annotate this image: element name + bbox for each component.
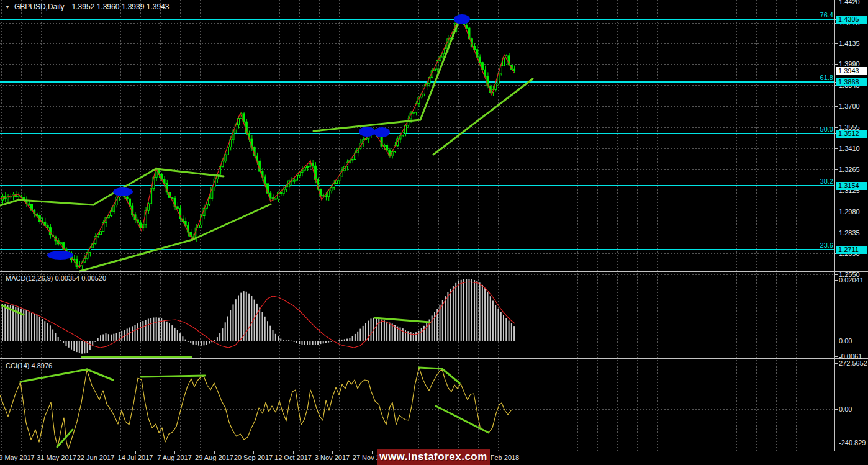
cci-indicator-label: CCI(14) 4.8976: [6, 362, 52, 369]
ohlc-quotes-label: 1.3952 1.3960 1.3939 1.3943: [72, 2, 170, 11]
fib-price-badge: 1.2711: [836, 246, 867, 254]
macd-histogram: [2, 279, 515, 354]
price-axis-label: 1.2980: [839, 208, 867, 215]
trendline-main-7[interactable]: [420, 16, 461, 120]
trendline-cci-1[interactable]: [87, 369, 113, 380]
price-axis-label: 1.3265: [839, 166, 867, 173]
fib-price-badge: 1.3154: [836, 182, 867, 190]
time-axis-label: 3 Nov 2017: [315, 454, 350, 461]
time-axis-label: 22 Jun 2017: [77, 454, 115, 461]
price-axis-label: 1.4135: [839, 40, 867, 47]
chart-title-bar: ▼GBPUSD,Daily1.3952 1.3960 1.3939 1.3943: [5, 2, 169, 11]
price-axis-label: 1.3410: [839, 145, 867, 152]
time-axis-label: 31 May 2017: [37, 454, 76, 461]
horizontal-gridlines: [0, 2, 834, 410]
macd-axis-label: 0.02041: [839, 276, 867, 284]
candlestick-series: [2, 14, 515, 270]
fib-price-badge: 1.3512: [836, 130, 867, 138]
chart-canvas[interactable]: [0, 0, 868, 465]
symbol-dropdown-icon[interactable]: ▼: [5, 4, 10, 10]
time-axis-label: 12 Oct 2017: [274, 454, 312, 461]
time-axis-label: 9 May 2017: [0, 454, 35, 461]
trendline-main-4[interactable]: [79, 240, 192, 271]
marker-ellipse-2[interactable]: [359, 127, 375, 137]
trendline-cci-0[interactable]: [20, 369, 87, 382]
marker-ellipse-4[interactable]: [454, 14, 470, 24]
marker-ellipse-3[interactable]: [374, 127, 390, 137]
price-axis-label: 1.2835: [839, 229, 867, 237]
cci-axis-label: 272.5652: [839, 359, 867, 367]
trendline-cci-5[interactable]: [442, 369, 459, 383]
marker-ellipse-0[interactable]: [47, 251, 73, 260]
cci-axis-label: -240.829: [839, 439, 867, 446]
fib-percent-label: 61.8: [793, 74, 833, 81]
trendline-cci-3[interactable]: [141, 376, 205, 377]
fib-price-badge: 1.4305: [836, 16, 867, 24]
time-axis-label: 14 Jul 2017: [118, 454, 153, 461]
cci-line: [0, 368, 513, 449]
chart-window: ▼GBPUSD,Daily1.3952 1.3960 1.3939 1.3943…: [0, 0, 868, 465]
fib-percent-label: 23.6: [793, 242, 833, 249]
time-axis-label: Feb 2018: [491, 454, 519, 461]
price-axis-label: 1.3700: [839, 102, 867, 110]
fib-price-badge: 1.3868: [836, 78, 867, 86]
macd-indicator-label: MACD(12,26,9) 0.00354 0.00520: [6, 274, 106, 282]
fib-percent-label: 38.2: [793, 178, 833, 185]
trendline-cci-4[interactable]: [419, 368, 442, 369]
broker-watermark: www.instaforex.com: [377, 449, 490, 465]
time-axis-label: 29 Aug 2017: [195, 454, 233, 461]
time-axis-label: 7 Aug 2017: [157, 454, 192, 461]
cci-axis-label: 0.00: [839, 405, 867, 413]
vertical-gridlines: [2, 0, 816, 451]
zigzag-line[interactable]: [0, 16, 514, 268]
fib-percent-label: 50.0: [793, 125, 833, 133]
price-axis-label: 1.4420: [839, 0, 867, 6]
marker-ellipse-1[interactable]: [113, 187, 133, 196]
trendline-main-2[interactable]: [93, 169, 156, 205]
time-axis-label: 20 Sep 2017: [234, 454, 273, 461]
trendline-cci-6[interactable]: [436, 406, 489, 433]
current-price-badge: 1.3943: [836, 67, 867, 75]
fib-percent-label: 76.4: [793, 11, 833, 19]
symbol-timeframe-label: GBPUSD,Daily: [14, 2, 65, 11]
macd-axis-label: 0.00: [839, 337, 867, 345]
